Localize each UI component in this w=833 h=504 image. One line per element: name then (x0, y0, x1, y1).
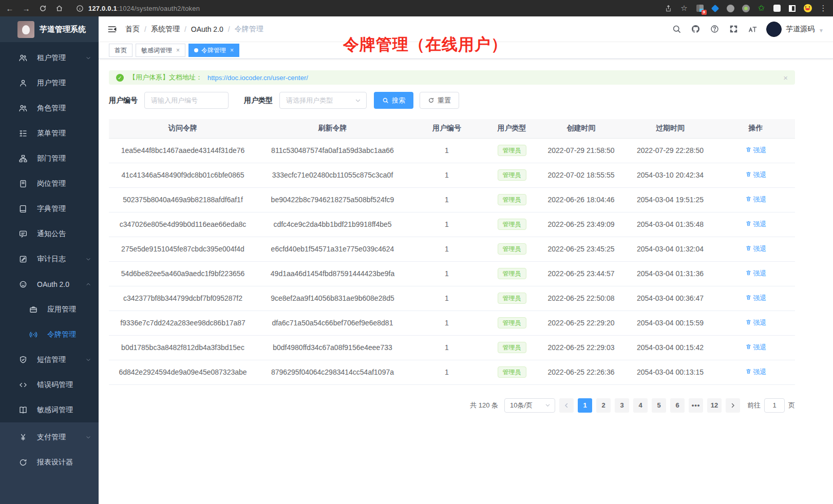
close-icon[interactable]: × (176, 47, 180, 54)
action-cell: 强退 (716, 286, 795, 311)
sidebar-item-oauth2[interactable]: OAuth 2.0 (0, 272, 99, 297)
help-icon[interactable] (709, 24, 720, 34)
force-logout-button[interactable]: 强退 (745, 170, 767, 180)
column-header: 创建时间 (538, 119, 624, 138)
next-page-button[interactable] (726, 398, 740, 413)
refresh-token-cell: 49d1aa46d1454fbd87591444423be9fa (257, 261, 408, 286)
force-logout-button[interactable]: 强退 (745, 269, 767, 278)
doc-link[interactable]: https://doc.iocoder.cn/user-center/ (207, 74, 308, 82)
reload-icon[interactable] (38, 4, 47, 13)
breadcrumb-item[interactable]: 首页 (125, 25, 140, 34)
force-logout-button[interactable]: 强退 (745, 146, 767, 155)
goto-page-input[interactable] (764, 398, 785, 413)
page-button-4[interactable]: 4 (633, 398, 648, 413)
force-logout-label: 强退 (753, 367, 767, 377)
sidebar-item-report[interactable]: 报表设计器 (0, 450, 99, 475)
bookmark-star-icon[interactable]: ☆ (679, 4, 689, 13)
share-icon[interactable] (664, 4, 673, 13)
extension-grid-icon[interactable]: 9 (695, 4, 704, 13)
reset-button[interactable]: 重置 (420, 92, 459, 109)
user-menu[interactable]: 芋道源码 ▼ (766, 22, 824, 37)
prev-page-button[interactable] (559, 398, 574, 413)
tab-home[interactable]: 首页 (109, 44, 132, 57)
browser-menu-icon[interactable]: ⋮ (819, 4, 828, 13)
force-logout-button[interactable]: 强退 (745, 244, 767, 254)
sidebar-item-sensitive[interactable]: 敏感词管理 (0, 397, 99, 422)
extension-record-icon[interactable] (742, 4, 750, 13)
fullscreen-icon[interactable] (728, 24, 739, 34)
sidebar-item-error-code[interactable]: 错误码管理 (0, 372, 99, 397)
extension-puzzle-icon[interactable] (772, 4, 781, 13)
sidebar-menu-bottom: 支付管理报表设计器 (0, 422, 99, 504)
tab-sensitive-words[interactable]: 敏感词管理× (136, 44, 185, 57)
sidebar-item-dict[interactable]: 字典管理 (0, 196, 99, 221)
close-icon[interactable]: × (230, 47, 234, 54)
font-size-icon[interactable] (747, 24, 758, 34)
sidebar-item-post[interactable]: 岗位管理 (0, 171, 99, 196)
chevron-down-icon (85, 357, 91, 363)
user-type-tag: 管理员 (498, 219, 526, 230)
sidebar-item-oauth2-app[interactable]: 应用管理 (0, 297, 99, 322)
user-type-select[interactable]: 请选择用户类型 (279, 92, 367, 109)
back-icon[interactable]: ← (5, 4, 14, 13)
reading-list-icon[interactable] (788, 4, 797, 13)
force-logout-button[interactable]: 强退 (745, 343, 767, 352)
page-button-5[interactable]: 5 (652, 398, 666, 413)
profile-emoji-icon[interactable] (803, 4, 812, 13)
page-ellipsis[interactable]: ••• (689, 398, 703, 413)
sidebar-item-oauth2-token[interactable]: 令牌管理 (0, 322, 99, 347)
force-logout-button[interactable]: 强退 (745, 318, 767, 327)
page-size-select[interactable]: 10条/页 (504, 398, 555, 413)
sidebar-item-role[interactable]: 角色管理 (0, 95, 99, 121)
force-logout-label: 强退 (753, 244, 767, 254)
github-icon[interactable] (690, 24, 701, 34)
extension-star-icon[interactable]: ✩ (757, 4, 766, 13)
sidebar-item-user[interactable]: 用户管理 (0, 70, 99, 95)
sidebar-item-notice[interactable]: 通知公告 (0, 221, 99, 246)
home-icon[interactable] (54, 4, 64, 13)
robot-icon (18, 280, 28, 289)
force-logout-button[interactable]: 强退 (745, 220, 767, 229)
forward-icon[interactable]: → (22, 4, 31, 13)
sidebar-item-menu[interactable]: 菜单管理 (0, 121, 99, 146)
logo-bar[interactable]: 芋道管理系统 (0, 16, 99, 42)
page-button-1[interactable]: 1 (578, 398, 592, 413)
chevron-down-icon (85, 434, 91, 440)
table-row: 275e5de9151045fe87cbdc395e004f4de6cfd40e… (109, 237, 795, 261)
sidebar-item-sms[interactable]: 短信管理 (0, 347, 99, 372)
breadcrumb-item[interactable]: 系统管理 (151, 25, 180, 34)
page-button-3[interactable]: 3 (615, 398, 629, 413)
sidebar: 芋道管理系统 租户管理用户管理角色管理菜单管理部门管理岗位管理字典管理通知公告审… (0, 16, 99, 504)
sidebar-item-tenant[interactable]: 租户管理 (0, 45, 99, 70)
table-row: b0d1785bc3a8482f812db4a3f3bd15ecb0df4980… (109, 335, 795, 360)
expire-time-cell: 2054-03-10 20:42:34 (624, 163, 716, 187)
app-title: 芋道管理系统 (40, 25, 86, 34)
search-icon[interactable] (671, 24, 681, 34)
force-logout-button[interactable]: 强退 (745, 367, 767, 377)
table-row: f9336e7c7dd242a283ee98dc86b17a87dfa6c71a… (109, 311, 795, 335)
tab-label: 令牌管理 (201, 46, 226, 55)
site-info-icon[interactable] (75, 4, 84, 13)
goto-unit: 页 (788, 401, 795, 410)
filter-form: 用户编号 用户类型 请选择用户类型 搜索 (109, 92, 795, 109)
page-button-6[interactable]: 6 (670, 398, 685, 413)
search-button[interactable]: 搜索 (374, 92, 413, 109)
table-row: 6d842e2924594de9a09e45e087323abe8796295f… (109, 360, 795, 384)
user-id-input[interactable] (144, 92, 229, 109)
address-bar[interactable]: 127.0.0.1:1024/system/oauth2/token (75, 4, 656, 13)
page-button-12[interactable]: 12 (707, 398, 722, 413)
extension-circle-icon[interactable] (726, 4, 735, 13)
sidebar-item-dept[interactable]: 部门管理 (0, 146, 99, 171)
extension-gem-icon[interactable] (711, 4, 720, 13)
alert-close-icon[interactable]: × (783, 73, 788, 82)
sidebar-item-audit-log[interactable]: 审计日志 (0, 246, 99, 272)
tab-token-management[interactable]: 令牌管理× (188, 44, 239, 57)
page-button-2[interactable]: 2 (596, 398, 611, 413)
chevron-down-icon (355, 98, 361, 104)
sidebar-item-pay[interactable]: 支付管理 (0, 424, 99, 450)
force-logout-button[interactable]: 强退 (745, 195, 767, 204)
force-logout-button[interactable]: 强退 (745, 294, 767, 303)
user-type-label: 用户类型 (244, 96, 273, 105)
breadcrumb-item[interactable]: OAuth 2.0 (191, 25, 223, 33)
collapse-sidebar-icon[interactable] (107, 24, 117, 34)
